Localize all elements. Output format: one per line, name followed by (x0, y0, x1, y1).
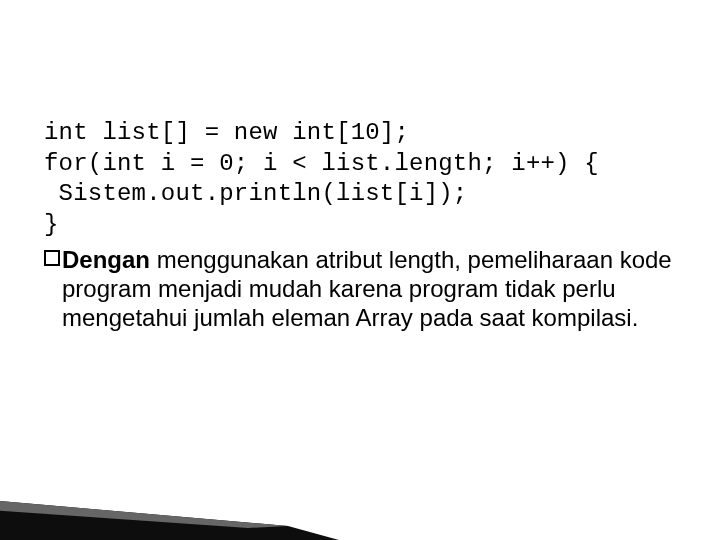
body-text: Dengan menggunakan atribut length, pemel… (62, 245, 676, 333)
code-line-3: Sistem.out.println(list[i]); (44, 179, 676, 210)
body-rest: menggunakan atribut length, pemeliharaan… (62, 246, 672, 332)
decorative-wedge (0, 488, 368, 540)
square-bullet-icon (44, 250, 60, 266)
code-line-2: for(int i = 0; i < list.length; i++) { (44, 149, 676, 180)
bullet-paragraph: Dengan menggunakan atribut length, pemel… (44, 245, 676, 333)
slide: int list[] = new int[10]; for(int i = 0;… (0, 0, 720, 540)
content-area: int list[] = new int[10]; for(int i = 0;… (44, 118, 676, 333)
body-lead: Dengan (62, 246, 150, 273)
code-line-4: } (44, 210, 676, 241)
code-line-1: int list[] = new int[10]; (44, 118, 676, 149)
